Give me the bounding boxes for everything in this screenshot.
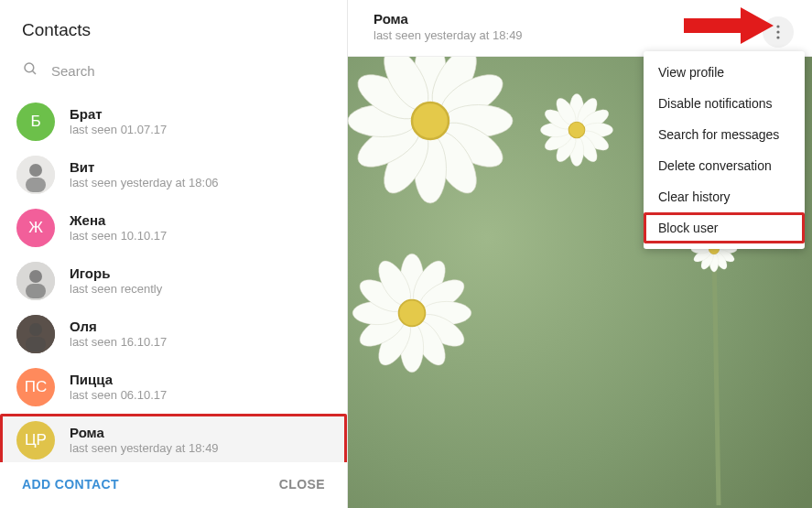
contact-name: Брат [70,105,332,124]
menu-item-clear-history[interactable]: Clear history [644,181,805,212]
menu-item-disable-notifications[interactable]: Disable notifications [644,88,805,119]
contact-text: Пиццаlast seen 06.10.17 [70,371,332,404]
contact-status: last seen 16.10.17 [70,335,332,351]
contacts-panel: Contacts ББратlast seen 01.07.17Витlast … [0,0,348,508]
search-row[interactable] [0,53,347,95]
avatar [16,262,55,300]
svg-line-1 [32,70,36,74]
svg-point-13 [776,36,779,38]
avatar [16,156,55,194]
avatar [16,315,55,353]
svg-point-6 [29,270,42,283]
chat-panel: Рома last seen yesterday at 18:49 [348,0,812,508]
contact-name: Пицца [70,371,332,389]
more-options-button[interactable] [763,16,794,48]
svg-rect-7 [26,284,46,298]
contact-status: last seen 06.10.17 [70,388,332,404]
contacts-footer: ADD CONTACT CLOSE [0,462,347,508]
contact-name: Оля [70,318,332,336]
contact-row[interactable]: ББратlast seen 01.07.17 [0,95,347,148]
add-contact-button[interactable]: ADD CONTACT [22,477,119,492]
contact-text: Женаlast seen 10.10.17 [70,211,332,244]
menu-item-view-profile[interactable]: View profile [644,57,805,88]
search-input[interactable] [51,63,325,79]
svg-point-3 [29,164,42,177]
menu-item-delete-conversation[interactable]: Delete conversation [644,150,805,181]
menu-item-search-for-messages[interactable]: Search for messages [644,119,805,150]
chat-title: Рома [374,11,523,27]
chat-header: Рома last seen yesterday at 18:49 [348,0,812,57]
contact-row[interactable]: Витlast seen yesterday at 18:06 [0,148,347,201]
contact-row[interactable]: ПСПиццаlast seen 06.10.17 [0,361,347,414]
contact-status: last seen yesterday at 18:06 [70,176,332,191]
contact-row[interactable]: Оляlast seen 16.10.17 [0,308,347,361]
avatar: Б [16,103,55,141]
contact-text: Витlast seen yesterday at 18:06 [70,158,332,191]
contact-text: Игорьlast seen recently [70,265,332,297]
close-button[interactable]: CLOSE [279,477,325,492]
svg-rect-10 [26,337,46,351]
avatar: ПС [16,368,55,406]
chat-subtitle: last seen yesterday at 18:49 [374,28,523,42]
avatar: ЦР [16,421,55,459]
svg-point-0 [25,63,34,72]
contact-name: Рома [70,424,332,442]
contact-status: last seen recently [70,282,332,297]
svg-point-11 [776,25,779,27]
more-vertical-icon [776,25,780,39]
contact-text: Ромаlast seen yesterday at 18:49 [70,424,332,457]
contact-text: Братlast seen 01.07.17 [70,105,332,138]
contact-status: last seen 01.07.17 [70,123,332,138]
contact-name: Вит [70,158,332,177]
contacts-title: Contacts [0,0,347,53]
menu-item-block-user[interactable]: Block user [644,212,805,243]
contact-name: Жена [70,211,332,230]
contact-row[interactable]: ЦРРомаlast seen yesterday at 18:49 [0,414,347,462]
svg-point-9 [29,323,42,336]
search-icon [22,60,38,81]
contact-text: Оляlast seen 16.10.17 [70,318,332,351]
contact-status: last seen yesterday at 18:49 [70,441,332,457]
contact-row[interactable]: Игорьlast seen recently [0,254,347,308]
avatar: Ж [16,209,55,247]
chat-header-text: Рома last seen yesterday at 18:49 [374,11,523,42]
more-options-menu: View profileDisable notificationsSearch … [644,51,805,249]
contacts-list[interactable]: ББратlast seen 01.07.17Витlast seen yest… [0,95,347,462]
contact-row[interactable]: ЖЖенаlast seen 10.10.17 [0,201,347,254]
svg-rect-4 [26,178,46,192]
svg-point-12 [776,30,779,33]
contact-status: last seen 10.10.17 [70,229,332,244]
contact-name: Игорь [70,265,332,283]
